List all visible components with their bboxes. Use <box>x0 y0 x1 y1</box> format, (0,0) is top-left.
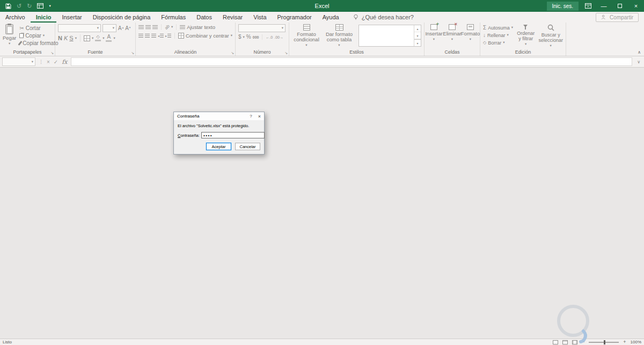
zoom-in-button[interactable]: + <box>623 340 626 344</box>
underline-button[interactable]: S <box>69 35 73 41</box>
minimize-button[interactable]: — <box>596 0 612 12</box>
maximize-button[interactable] <box>612 0 628 12</box>
alignment-group-label: Alineación <box>174 49 197 55</box>
tab-disposicion[interactable]: Disposición de página <box>87 12 156 23</box>
paste-label: Pegar <box>3 35 16 41</box>
tab-vista[interactable]: Vista <box>248 12 272 23</box>
redo-icon[interactable]: ↻ <box>27 3 32 9</box>
merge-center-button[interactable]: Combinar y centrar <box>186 33 229 39</box>
format-painter-button[interactable]: Copiar formato <box>19 40 58 47</box>
gallery-down-icon[interactable]: ▾ <box>414 32 421 39</box>
collapse-ribbon-icon[interactable]: ∧ <box>638 50 641 55</box>
borders-icon[interactable] <box>84 35 90 41</box>
cut-button[interactable]: ✂Cortar <box>19 25 58 32</box>
dropdown-icon: ▾ <box>338 43 340 47</box>
font-name-select[interactable]: ▾ <box>58 24 101 32</box>
font-dialog-launcher-icon[interactable]: ↘ <box>131 51 134 55</box>
decrease-font-size-button[interactable]: A▾ <box>125 25 130 31</box>
increase-font-size-button[interactable]: A▴ <box>118 25 123 31</box>
customize-quick-access-icon[interactable]: ▾ <box>49 4 50 8</box>
fill-label: Rellenar <box>487 33 506 38</box>
formula-bar-handle-icon[interactable]: ⋮ <box>39 59 43 64</box>
cancel-button[interactable]: Cancelar <box>235 143 260 150</box>
decrease-indent-icon[interactable]: ◂ <box>158 34 164 38</box>
zoom-slider-thumb[interactable] <box>604 340 605 344</box>
accept-button[interactable]: Aceptar <box>206 143 231 150</box>
insert-function-icon[interactable]: fx <box>62 58 67 65</box>
tab-programador[interactable]: Programador <box>272 12 317 23</box>
cell-styles-gallery[interactable]: ▴ ▾ ▾ <box>358 25 421 47</box>
number-dialog-launcher-icon[interactable]: ↘ <box>284 51 288 55</box>
password-input[interactable] <box>201 132 265 138</box>
dialog-close-icon[interactable]: × <box>255 114 264 119</box>
align-right-icon[interactable] <box>151 34 156 38</box>
wrap-text-button[interactable]: Ajustar texto <box>187 24 215 30</box>
paste-button[interactable]: Pegar ▾ <box>3 24 16 48</box>
font-size-select[interactable]: ▾ <box>103 24 116 32</box>
autosum-button[interactable]: ΣAutosuma▾ <box>483 24 513 31</box>
undo-icon[interactable]: ↺ <box>17 3 21 9</box>
insert-cells-button[interactable]: Insertar ▾ <box>426 24 442 48</box>
zoom-percentage[interactable]: 100% <box>631 340 641 344</box>
tab-ayuda[interactable]: Ayuda <box>317 12 345 23</box>
sign-in-button[interactable]: Inic. ses. <box>547 2 579 11</box>
align-left-icon[interactable] <box>138 34 143 38</box>
fill-button[interactable]: ↓Rellenar▾ <box>483 32 513 39</box>
expand-formula-bar-icon[interactable]: ∨ <box>635 60 642 64</box>
fill-color-icon[interactable]: ◇ <box>95 35 101 41</box>
tab-inicio[interactable]: Inicio <box>31 12 57 23</box>
workbook-icon[interactable] <box>37 3 43 9</box>
wrap-text-icon <box>180 25 185 29</box>
dropdown-icon: ▾ <box>433 38 435 41</box>
number-format-select[interactable]: ▾ <box>238 24 286 32</box>
italic-button[interactable]: K <box>64 35 68 41</box>
gallery-up-icon[interactable]: ▴ <box>414 25 421 32</box>
orientation-icon[interactable]: ab <box>164 24 171 31</box>
quick-access-toolbar: ↺ ↻ ▾ <box>0 3 51 9</box>
copy-button[interactable]: Copiar▾ <box>19 32 58 39</box>
cancel-formula-icon[interactable]: × <box>47 59 50 65</box>
tab-insertar[interactable]: Insertar <box>56 12 87 23</box>
save-icon[interactable] <box>5 3 11 9</box>
formula-input[interactable] <box>71 57 633 66</box>
align-top-icon[interactable] <box>138 25 144 29</box>
comma-style-icon[interactable]: 000 <box>253 35 259 39</box>
dialog-titlebar[interactable]: Contraseña ? × <box>174 112 264 120</box>
conditional-formatting-button[interactable]: Formato condicional ▾ <box>292 24 321 48</box>
align-middle-icon[interactable] <box>145 25 151 29</box>
alignment-dialog-launcher-icon[interactable]: ↘ <box>231 51 234 55</box>
tab-archivo[interactable]: Archivo <box>0 12 31 23</box>
tab-datos[interactable]: Datos <box>191 12 217 23</box>
align-center-icon[interactable] <box>145 34 150 38</box>
dialog-help-button[interactable]: ? <box>247 114 255 119</box>
enter-formula-icon[interactable]: ✓ <box>54 59 58 65</box>
tab-formulas[interactable]: Fórmulas <box>156 12 191 23</box>
percent-icon[interactable]: % <box>246 34 251 40</box>
cells-group: Insertar ▾ Eliminar ▾ Formato ▾ Celdas <box>425 23 480 56</box>
gallery-more-icon[interactable]: ▾ <box>414 39 421 46</box>
tell-me-box[interactable]: ¿Qué desea hacer? <box>353 12 414 23</box>
dropdown-icon: ▾ <box>470 38 471 41</box>
sort-filter-button[interactable]: Ordenar y filtrar ▾ <box>515 24 536 48</box>
align-bottom-icon[interactable] <box>152 25 158 29</box>
format-cells-button[interactable]: Formato ▾ <box>463 24 479 48</box>
ribbon-display-options-icon[interactable] <box>585 3 591 9</box>
currency-icon[interactable]: $ <box>238 34 241 40</box>
close-button[interactable]: × <box>628 0 644 12</box>
clear-button[interactable]: ◇Borrar▾ <box>483 39 513 46</box>
bold-button[interactable]: N <box>58 35 62 41</box>
zoom-slider[interactable] <box>589 342 619 343</box>
share-button[interactable]: Compartir <box>596 13 639 22</box>
copy-icon <box>19 33 24 38</box>
dialog-message: El archivo "Solvetic.xlsx" está protegid… <box>178 123 260 128</box>
find-select-button[interactable]: Buscar y seleccionar ▾ <box>538 24 563 48</box>
name-box[interactable]: ▾ <box>2 57 35 66</box>
clipboard-dialog-launcher-icon[interactable]: ↘ <box>50 51 54 55</box>
delete-cells-button[interactable]: Eliminar ▾ <box>444 24 460 48</box>
format-as-table-button[interactable]: Dar formato como tabla ▾ <box>324 24 355 48</box>
tab-revisar[interactable]: Revisar <box>217 12 248 23</box>
increase-decimal-icon[interactable]: ←.0 <box>266 35 273 39</box>
font-color-icon[interactable]: A <box>106 34 112 42</box>
increase-indent-icon[interactable]: ▸ <box>165 34 171 38</box>
decrease-decimal-icon[interactable]: .00→ <box>274 35 283 39</box>
